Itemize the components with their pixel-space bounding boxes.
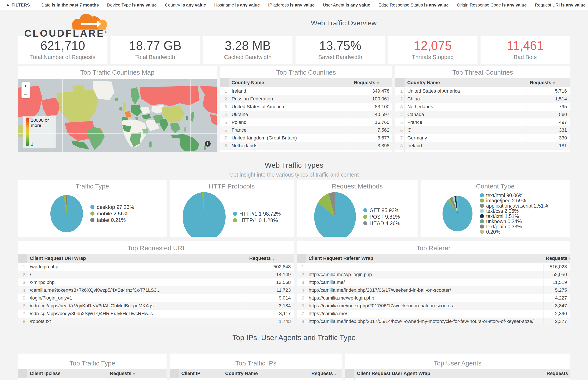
rank-cell: 6 — [297, 302, 306, 310]
legend-item[interactable]: unknown 0.34% — [480, 219, 548, 224]
column-header-requests[interactable]: Requests∨ — [351, 78, 392, 87]
column-header-requests[interactable]: Requests∨ — [107, 369, 166, 378]
stat-value: 3.28 MB — [225, 39, 271, 52]
table-cell: http://camilia.me/ — [306, 279, 543, 286]
panel-traffic-countries-map: Top Traffic Countries Map — [18, 66, 217, 152]
zoom-out-button[interactable]: − — [21, 90, 30, 98]
legend-item[interactable]: text/plain 0.33% — [480, 224, 548, 229]
table-cell: / — [27, 271, 247, 279]
rank-cell: 3 — [395, 103, 405, 111]
filter-date[interactable]: Date is in the past 7 months — [41, 3, 99, 8]
table-cell: 14,149 — [247, 271, 294, 279]
legend-item[interactable]: text/css 2.06% — [480, 209, 548, 213]
traffic-type-pie-chart[interactable] — [50, 195, 83, 232]
table-cell: https://camilia.me/ — [306, 310, 543, 318]
zoom-in-button[interactable]: + — [21, 82, 30, 90]
legend-item[interactable]: GET 85.93% — [363, 207, 400, 213]
rank-cell: 9 — [395, 150, 405, 152]
legend-item[interactable]: text/xml 1.51% — [480, 214, 548, 219]
column-header-requests[interactable]: Requests∨ — [247, 254, 294, 263]
rank-cell: 8 — [220, 142, 229, 150]
column-header-client-request-referer-wrap: Client Request Referer Wrap — [306, 254, 543, 263]
stats-row: 621,710Total Number of Requests18.77 GBT… — [18, 36, 570, 64]
table-cell: 3,306 — [351, 150, 392, 152]
sort-chevron-icon: ∨ — [334, 372, 337, 376]
legend-item[interactable]: HTTP/1.0 1.28% — [233, 217, 281, 223]
legend-label: HTTP/1.1 98.72% — [239, 211, 281, 217]
rank-cell: 1 — [18, 263, 27, 271]
table-row: 6∅331 — [395, 126, 570, 134]
legend-item[interactable]: image/jpeg 2.59% — [480, 198, 548, 203]
table-cell: 100,061 — [351, 95, 392, 103]
table-row: 8/robots.txt1,743 — [18, 318, 294, 324]
filter-origin-response-code[interactable]: Origin Response Code is any value — [457, 3, 527, 8]
table-cell: Netherlands — [229, 142, 351, 150]
table-cell: 2,390 — [543, 310, 570, 318]
column-header-client-request-user-agent-wrap: Client Request User Agent Wrap — [354, 369, 544, 378]
legend-item[interactable]: text/html 90.06% — [480, 193, 548, 198]
table-cell: /login/?login_only=1 — [27, 294, 247, 302]
table-header-row: Client IpclassRequests∨ — [18, 369, 166, 378]
table-cell: 5,275 — [543, 286, 570, 294]
info-icon[interactable]: i — [205, 141, 211, 147]
expand-arrow-icon: ▶ — [7, 3, 9, 7]
sort-chevron-icon: ∨ — [377, 81, 379, 85]
world-map[interactable]: + − 10000 or more 1 i — [18, 79, 217, 152]
filter-request-uri[interactable]: Request URI is any value — [535, 3, 586, 8]
table-row: 1516,028 — [297, 263, 570, 271]
filter-edge-response-status[interactable]: Edge Response Status is any value — [379, 3, 449, 8]
stat-label: Total Bandwidth — [135, 54, 175, 60]
column-header-requests[interactable]: Requests∨ — [543, 254, 570, 263]
column-header-requests[interactable]: Requests∨ — [527, 78, 570, 87]
filter-hostname[interactable]: Hostname is any value — [214, 3, 260, 8]
legend-label: tablet 0.21% — [97, 217, 125, 223]
top-traffic-type-table: Client IpclassRequests∨1noRecord568,088 — [18, 369, 166, 380]
filters-toggle[interactable]: ▶ FILTERS — [7, 3, 30, 8]
filter-device-type[interactable]: Device Type is any value — [107, 3, 157, 8]
table-row: 7Germany330 — [395, 134, 570, 142]
table-row: 3/xmlrpc.php13,568 — [18, 279, 294, 286]
rank-cell: 9 — [220, 150, 229, 152]
rank-cell: 1 — [18, 378, 27, 380]
panel-title: Top Traffic IPs — [170, 357, 342, 369]
filter-country[interactable]: Country is any value — [165, 3, 206, 8]
legend-item[interactable]: tablet 0.21% — [90, 217, 134, 223]
legend-item[interactable]: POST 9.81% — [363, 214, 400, 220]
legend-label: GET 85.93% — [369, 207, 399, 213]
filter-value: is any value — [345, 3, 370, 7]
table-cell: http://camilia.me/index.php/2017/05/14/h… — [306, 318, 543, 324]
rank-cell: 7 — [395, 134, 405, 142]
filter-ip-address[interactable]: IP address is any value — [268, 3, 315, 8]
legend-label: unknown 0.34% — [486, 219, 522, 224]
column-header-requests[interactable]: Requests∨ — [544, 369, 570, 378]
table-header-row: Client Request URI WrapRequests∨ — [18, 254, 294, 263]
filter-user-agent[interactable]: User Agent is any value — [323, 3, 370, 8]
column-header-requests[interactable]: Requests∨ — [309, 369, 342, 378]
table-row: 5https://camilia.me/wp-login.php4,227 — [297, 294, 570, 302]
content-type-pie-chart[interactable] — [443, 196, 472, 231]
legend-item[interactable]: 0.20% — [480, 229, 548, 234]
threat-countries-table: Country NameRequests∨1United States of A… — [395, 78, 570, 152]
legend-item[interactable]: application/javascript 2.51% — [480, 203, 548, 208]
table-row: 8http://camilia.me/index.php/2017/05/14/… — [297, 318, 570, 324]
table-row: 6France7,562 — [220, 126, 393, 134]
pie-legend: HTTP/1.1 98.72%HTTP/1.0 1.28% — [233, 210, 281, 224]
legend-item[interactable]: mobile 2.56% — [90, 211, 134, 216]
traffic-countries-table: Country NameRequests∨1Ireland349,4782Rus… — [220, 78, 393, 152]
filter-items: Date is in the past 7 monthsDevice Type … — [41, 3, 588, 8]
legend-item[interactable]: desktop 97.23% — [90, 204, 134, 210]
table-row: 2Russian Federation100,061 — [220, 95, 393, 103]
rank-column-header — [297, 254, 306, 263]
legend-item[interactable]: HTTP/1.1 98.72% — [233, 211, 281, 217]
table-cell: 16,760 — [351, 118, 392, 126]
table-cell: 83,100 — [351, 103, 392, 111]
sort-chevron-icon: ∨ — [272, 257, 275, 261]
table-cell: Canada — [405, 111, 527, 118]
request-methods-pie-chart[interactable] — [314, 192, 356, 237]
panel-title: Top User Agents — [345, 357, 570, 369]
table-cell: https://camilia.me/wp-login.php — [306, 294, 543, 302]
legend-item[interactable]: HEAD 4.26% — [363, 220, 400, 226]
http-protocols-pie-chart[interactable] — [182, 192, 226, 237]
filter-value: is any value — [132, 3, 157, 7]
legend-label: image/jpeg 2.59% — [486, 198, 526, 203]
